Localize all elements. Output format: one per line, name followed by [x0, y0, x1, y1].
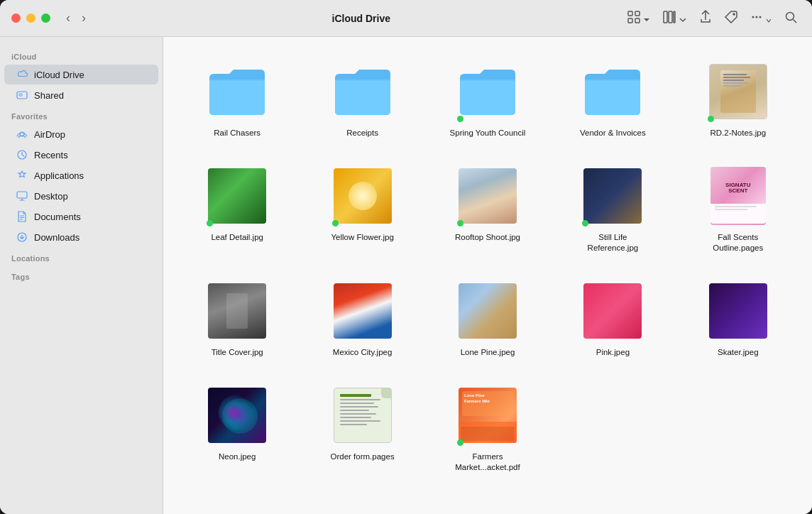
status-dot-flower — [332, 220, 339, 226]
status-dot-leaf — [207, 220, 213, 226]
file-item-still-life[interactable]: Still Life Reference.jpg — [553, 158, 672, 259]
file-item-fall-scents[interactable]: SIGNATUSCENT Fall Scents Outline.pages — [679, 158, 798, 259]
sidebar-item-downloads[interactable]: Downloads — [4, 227, 158, 247]
tag-button[interactable] — [721, 7, 741, 30]
svg-rect-4 — [664, 11, 667, 23]
sidebar-label-shared: Shared — [34, 90, 64, 101]
file-thumbnail-leaf — [208, 168, 266, 224]
file-label-neon: Neon.jpeg — [219, 452, 256, 462]
share-button[interactable] — [696, 7, 715, 30]
file-label-leaf: Leaf Detail.jpg — [211, 232, 263, 243]
file-thumbnail-orderform — [334, 388, 392, 443]
file-label-skater: Skater.jpeg — [718, 347, 759, 358]
titlebar: ‹ › iCloud Drive — [0, 0, 812, 37]
file-label-rooftop: Rooftop Shoot.jpg — [455, 232, 520, 243]
sidebar-item-shared[interactable]: Shared — [4, 85, 158, 105]
shared-icon — [16, 89, 28, 102]
file-thumb: Lone PineFarmers Mkt — [456, 383, 520, 447]
svg-point-11 — [786, 12, 794, 20]
file-item-yellow-flower[interactable]: Yellow Flower.jpg — [302, 158, 422, 259]
sidebar-item-recents[interactable]: Recents — [4, 145, 158, 165]
folder-icon — [583, 67, 642, 116]
icloud-drive-icon — [16, 68, 28, 81]
file-label-pink: Pink.jpeg — [596, 347, 630, 358]
sidebar-item-icloud-drive[interactable]: iCloud Drive — [4, 65, 158, 84]
sidebar-item-desktop[interactable]: Desktop — [4, 186, 158, 206]
sidebar-section-icloud: iCloud — [0, 50, 163, 64]
more-button[interactable] — [747, 7, 775, 30]
file-item-mexico-city[interactable]: Mexico City.jpeg — [302, 273, 422, 363]
file-item-rd2-notes[interactable]: RD.2-Notes.jpg — [679, 54, 798, 144]
maximize-button[interactable] — [41, 13, 50, 23]
file-thumb — [205, 60, 269, 124]
minimize-button[interactable] — [26, 13, 35, 23]
svg-rect-14 — [19, 94, 22, 96]
file-label-vendor-invoices: Vendor & Invoices — [580, 128, 646, 138]
forward-button[interactable]: › — [77, 9, 90, 27]
file-item-vendor-invoices[interactable]: Vendor & Invoices — [553, 54, 672, 144]
documents-icon — [16, 210, 28, 223]
file-thumb — [456, 60, 520, 124]
file-thumbnail-stilllife — [583, 168, 642, 224]
file-thumb — [581, 279, 644, 343]
status-dot-spring-youth — [457, 116, 463, 122]
file-item-neon[interactable]: Neon.jpeg — [177, 378, 297, 479]
file-label-stilllife: Still Life Reference.jpg — [574, 232, 652, 253]
main-content: Rail Chasers Receipts — [163, 37, 812, 514]
svg-rect-3 — [635, 18, 640, 23]
file-thumbnail-pink — [583, 283, 642, 339]
file-label-titlecover: Title Cover.jpg — [212, 347, 263, 358]
file-item-pink[interactable]: Pink.jpeg — [553, 273, 672, 363]
file-item-spring-youth-council[interactable]: Spring Youth Council — [428, 54, 547, 144]
sidebar-label-desktop: Desktop — [34, 191, 68, 202]
svg-point-9 — [755, 16, 757, 18]
svg-rect-2 — [628, 18, 632, 23]
sidebar-item-applications[interactable]: Applications — [4, 165, 158, 185]
file-item-order-form[interactable]: Order form.pages — [302, 378, 422, 479]
file-label-fallscents: Fall Scents Outline.pages — [699, 232, 777, 253]
sidebar-section-tags: Tags — [0, 270, 163, 284]
file-label-lonepine: Lone Pine.jpeg — [461, 347, 515, 358]
file-thumb — [456, 279, 520, 343]
sidebar: iCloud iCloud Drive Shared — [0, 37, 163, 514]
file-label-orderform: Order form.pages — [331, 452, 395, 462]
file-label-mexicocity: Mexico City.jpeg — [333, 347, 393, 358]
close-button[interactable] — [11, 13, 21, 23]
file-thumb — [205, 383, 269, 447]
status-dot-rooftop — [457, 220, 463, 226]
folder-icon — [459, 67, 517, 116]
file-item-rail-chasers[interactable]: Rail Chasers — [177, 54, 297, 144]
folder-icon — [334, 67, 392, 116]
view-columns-button[interactable] — [659, 7, 689, 30]
file-thumb — [331, 279, 395, 343]
file-item-leaf-detail[interactable]: Leaf Detail.jpg — [177, 158, 297, 259]
file-thumb — [706, 279, 770, 343]
file-label-rail-chasers: Rail Chasers — [214, 128, 260, 138]
file-thumbnail-titlecover — [208, 283, 266, 339]
finder-window: ‹ › iCloud Drive — [0, 0, 812, 514]
back-button[interactable]: ‹ — [62, 9, 75, 27]
file-grid: Rail Chasers Receipts — [177, 54, 798, 479]
file-thumb — [205, 164, 269, 228]
file-item-farmers-market[interactable]: Lone PineFarmers Mkt Farmers Market...ac… — [428, 378, 547, 479]
file-thumbnail-rooftop — [459, 168, 517, 224]
file-item-receipts[interactable]: Receipts — [302, 54, 422, 144]
svg-rect-0 — [628, 11, 632, 16]
svg-rect-1 — [635, 11, 640, 16]
file-thumb — [581, 164, 644, 228]
file-item-skater[interactable]: Skater.jpeg — [679, 273, 798, 363]
file-item-title-cover[interactable]: Title Cover.jpg — [177, 273, 297, 363]
search-button[interactable] — [781, 7, 801, 30]
sidebar-item-airdrop[interactable]: AirDrop — [4, 124, 158, 144]
sidebar-item-documents[interactable]: Documents — [4, 207, 158, 226]
sidebar-section-favorites: Favorites — [0, 109, 163, 124]
sidebar-label-downloads: Downloads — [34, 232, 79, 243]
svg-point-10 — [759, 16, 761, 18]
content-area: iCloud iCloud Drive Shared — [0, 37, 812, 514]
file-thumbnail-flower — [334, 168, 392, 224]
file-thumbnail-mexicocity — [334, 283, 392, 339]
view-grid-button[interactable] — [624, 7, 654, 30]
file-item-rooftop-shoot[interactable]: Rooftop Shoot.jpg — [428, 158, 547, 259]
file-thumb — [331, 383, 395, 447]
file-item-lone-pine[interactable]: Lone Pine.jpeg — [428, 273, 547, 363]
